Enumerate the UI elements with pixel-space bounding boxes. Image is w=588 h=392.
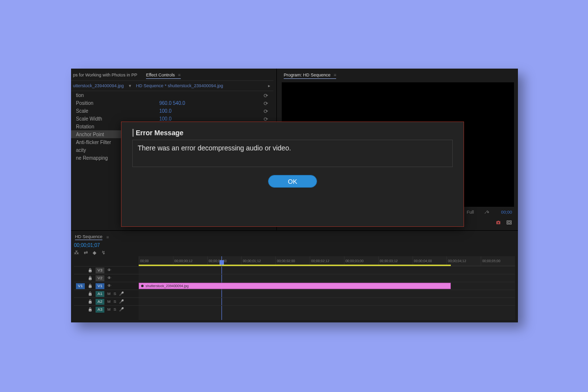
track-target-badge[interactable]: V1 [96, 283, 104, 289]
ruler-tick: 00;00;04;12 [446, 256, 481, 266]
program-tab-label: Program: HD Sequence [284, 73, 331, 77]
mute-button[interactable]: M [107, 307, 111, 312]
solo-button[interactable]: S [114, 292, 116, 296]
panel-menu-icon[interactable]: ≡ [334, 73, 336, 77]
property-label: tion [76, 93, 159, 98]
lock-icon[interactable] [88, 268, 93, 272]
track-target-badge[interactable]: V3 [96, 268, 104, 273]
audio-track-header[interactable]: A1MS [74, 290, 139, 297]
audio-track-header[interactable]: A2MS [74, 297, 139, 305]
reset-column: ⟳⟳⟳⟳ [262, 91, 271, 122]
snap-icon[interactable]: ⁂ [74, 250, 79, 255]
lock-icon[interactable] [88, 299, 93, 304]
program-bottom-icons [495, 220, 512, 226]
program-timecode: 00;00 [501, 210, 512, 215]
timeline-tool-icons: ⁂ ⇄ ◆ ↯ [74, 250, 515, 255]
video-track-header[interactable]: V2 [74, 274, 139, 282]
safe-margins-icon[interactable] [506, 220, 512, 226]
mic-icon[interactable] [119, 299, 124, 304]
error-message-text: There was an error decompressing audio o… [138, 144, 291, 152]
source-patch-badge[interactable]: V1 [76, 283, 85, 289]
track-target-badge[interactable]: A3 [96, 307, 104, 313]
marker-icon[interactable]: ◆ [93, 250, 97, 255]
panel-menu-icon[interactable]: ≡ [106, 235, 109, 240]
effect-controls-tab[interactable]: Effect Controls ≡ [146, 73, 181, 79]
settings-icon[interactable] [484, 209, 490, 216]
sequence-clip-name: HD Sequence * shutterstock_239400094.jpg [136, 83, 223, 88]
mic-icon[interactable] [119, 292, 124, 296]
track-lane[interactable] [139, 297, 515, 305]
audio-track-header[interactable]: A3MS [74, 305, 139, 313]
property-value[interactable]: 960.0 540.0 [159, 100, 185, 106]
clip-label: shutterstock_239400094.jpg [146, 284, 189, 288]
property-value[interactable]: 100.0 [159, 116, 172, 122]
linked-selection-icon[interactable]: ⇄ [84, 250, 88, 255]
track-lane[interactable] [139, 274, 515, 282]
track-header-column: V3V2V1V1A1MSA2MSA3MS [74, 256, 139, 320]
solo-button[interactable]: S [114, 299, 116, 304]
svg-point-0 [498, 222, 499, 223]
export-frame-icon[interactable] [495, 220, 501, 226]
track-lane[interactable]: shutterstock_239400094.jpg [139, 282, 515, 290]
video-track-header[interactable]: V1V1 [74, 282, 139, 290]
program-tabs: Program: HD Sequence ≡ [282, 71, 515, 80]
property-label: Scale [76, 108, 159, 114]
track-lane[interactable] [139, 266, 515, 274]
settings-wrench-icon[interactable]: ↯ [101, 250, 105, 255]
clip-selector[interactable]: utterstock_239400094.jpg ▾ HD Sequence *… [71, 80, 273, 91]
source-tab[interactable]: ps for Working with Photos in PP [73, 73, 137, 78]
property-row[interactable]: Position960.0 540.0 [71, 99, 273, 107]
property-label: Position [76, 100, 159, 106]
reset-parameter-icon[interactable]: ⟳ [262, 108, 270, 115]
solo-button[interactable]: S [114, 307, 116, 312]
property-value[interactable]: 100.0 [159, 108, 172, 114]
chevron-down-icon[interactable]: ▾ [129, 83, 131, 88]
track-target-badge[interactable]: V2 [96, 275, 104, 281]
property-row[interactable]: tion [71, 91, 273, 99]
timeline-body: V3V2V1V1A1MSA2MSA3MS 00;0000;00;00;1200;… [74, 256, 515, 320]
lock-icon[interactable] [88, 292, 93, 296]
error-button-row: OK [132, 175, 453, 188]
play-only-icon[interactable]: ▸ [268, 83, 273, 88]
property-row[interactable]: Scale100.0 [71, 107, 273, 115]
track-lane[interactable] [139, 305, 515, 313]
reset-parameter-icon[interactable]: ⟳ [262, 92, 270, 99]
master-clip-name: utterstock_239400094.jpg [73, 83, 124, 88]
eye-icon[interactable] [107, 276, 111, 280]
lock-icon[interactable] [88, 276, 93, 280]
eye-icon[interactable] [107, 268, 111, 272]
eye-icon[interactable] [107, 284, 111, 288]
track-area[interactable]: 00;0000;00;00;1200;00;01;0000;00;01;1200… [139, 256, 515, 320]
effect-controls-tab-label: Effect Controls [146, 73, 175, 77]
svg-rect-2 [508, 222, 511, 223]
current-timecode[interactable]: 00;00;01;07 [74, 243, 515, 248]
ok-button[interactable]: OK [268, 175, 317, 188]
zoom-level[interactable]: Full [466, 210, 474, 215]
svg-rect-1 [507, 221, 512, 224]
track-lane[interactable] [139, 290, 515, 297]
sequence-tab[interactable]: HD Sequence [75, 234, 102, 240]
mute-button[interactable]: M [107, 292, 111, 296]
program-tab[interactable]: Program: HD Sequence ≡ [284, 73, 336, 79]
lock-icon[interactable] [88, 284, 93, 288]
property-label: Scale Width [76, 116, 159, 122]
track-target-badge[interactable]: A1 [96, 291, 104, 297]
video-clip[interactable]: shutterstock_239400094.jpg [139, 283, 451, 289]
panel-menu-icon[interactable]: ≡ [178, 73, 180, 77]
mute-button[interactable]: M [107, 299, 111, 304]
error-title: Error Message [132, 129, 453, 137]
reset-parameter-icon[interactable]: ⟳ [262, 100, 270, 107]
fx-badge-icon [141, 285, 144, 287]
ruler-tick: 00;00;05;00 [481, 256, 515, 266]
timeline-panel: HD Sequence ≡ 00;00;01;07 ⁂ ⇄ ◆ ↯ V3V2V1… [71, 230, 518, 322]
effect-tabs: ps for Working with Photos in PP Effect … [71, 71, 273, 80]
track-target-badge[interactable]: A2 [96, 299, 104, 305]
error-message-box: There was an error decompressing audio o… [132, 140, 453, 167]
error-dialog: Error Message There was an error decompr… [121, 122, 464, 227]
lock-icon[interactable] [88, 307, 93, 312]
mic-icon[interactable] [119, 307, 124, 312]
timeline-header: HD Sequence ≡ [74, 233, 515, 242]
video-track-header[interactable]: V3 [74, 266, 139, 274]
track-lanes: shutterstock_239400094.jpg [139, 266, 515, 313]
